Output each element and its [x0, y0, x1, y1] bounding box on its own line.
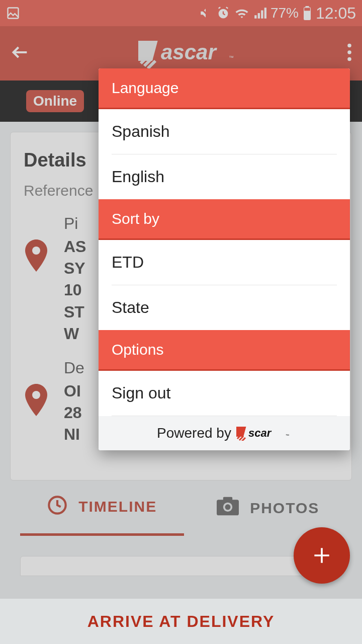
- menu-header-options: Options: [99, 330, 350, 371]
- menu-item-english[interactable]: English: [99, 154, 350, 199]
- svg-text:™: ™: [286, 434, 289, 437]
- overflow-menu: Language Spanish English Sort by ETD Sta…: [99, 68, 350, 450]
- menu-header-sortby: Sort by: [99, 199, 350, 240]
- menu-item-etd[interactable]: ETD: [99, 240, 350, 285]
- menu-item-signout[interactable]: Sign out: [99, 371, 350, 416]
- powered-by-label: Powered by: [157, 425, 231, 441]
- fab-add-button[interactable]: [294, 527, 350, 584]
- arrive-at-delivery-button[interactable]: ARRIVE AT DELIVERY: [0, 599, 362, 644]
- ascar-logo-mini: scar ™: [236, 426, 292, 441]
- menu-item-spanish[interactable]: Spanish: [99, 109, 350, 154]
- svg-text:scar: scar: [248, 427, 272, 439]
- bottom-action-label: ARRIVE AT DELIVERY: [87, 612, 275, 631]
- menu-item-state[interactable]: State: [99, 285, 350, 330]
- menu-footer: Powered by scar ™: [99, 416, 350, 450]
- menu-header-language: Language: [99, 68, 350, 109]
